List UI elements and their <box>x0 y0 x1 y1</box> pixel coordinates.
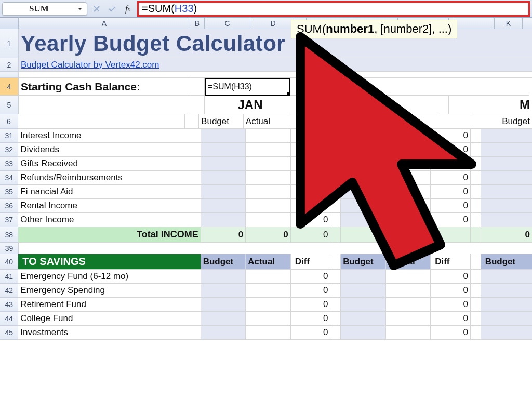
cell[interactable] <box>246 157 291 171</box>
col-B[interactable]: B <box>190 18 205 29</box>
savings-label[interactable]: Retirement Fund <box>18 298 201 312</box>
income-label[interactable]: Rental Income <box>18 199 201 213</box>
total-c: 0 <box>201 227 246 243</box>
name-box[interactable] <box>3 3 75 15</box>
sav-hdr-budget-1: Budget <box>201 254 246 270</box>
income-label[interactable]: Dividends <box>18 143 201 157</box>
row-header-31[interactable]: 31 <box>0 129 18 143</box>
sav-hdr-actual-1: Actual <box>246 254 290 270</box>
formula-close: ) <box>194 3 197 14</box>
cell[interactable] <box>246 171 291 185</box>
to-savings-header: TO SAVINGS <box>18 254 201 270</box>
cell[interactable] <box>246 129 291 143</box>
formula-input[interactable]: =SUM(H33) <box>137 1 530 17</box>
cell[interactable] <box>246 213 291 227</box>
row-header-45[interactable]: 45 <box>0 326 18 340</box>
total-income-label: Total INCOME <box>18 227 201 243</box>
cell[interactable] <box>246 199 291 213</box>
row-header-4[interactable]: 4 <box>0 78 19 96</box>
cell[interactable] <box>201 157 246 171</box>
row-header-36[interactable]: 36 <box>0 199 18 213</box>
income-label[interactable]: Fi nancial Aid <box>18 185 201 199</box>
savings-label[interactable]: College Fund <box>18 312 201 326</box>
cell[interactable] <box>246 185 291 199</box>
income-label[interactable]: Refunds/Reimbursements <box>18 171 201 185</box>
colhdr-actual-1: Actual <box>244 114 288 129</box>
cell[interactable] <box>201 185 246 199</box>
cell[interactable] <box>201 129 246 143</box>
row-header-41[interactable]: 41 <box>0 270 18 284</box>
row-header-32[interactable]: 32 <box>0 143 18 157</box>
insert-function-icon[interactable]: fx <box>122 3 134 15</box>
row-header-38[interactable]: 38 <box>0 227 18 243</box>
subtitle-link[interactable]: Budget Calculator by Vertex42.com <box>21 60 159 70</box>
row-header-42[interactable]: 42 <box>0 284 18 298</box>
row-header-40[interactable]: 40 <box>0 254 18 270</box>
row-header-34[interactable]: 34 <box>0 171 18 185</box>
row-header-35[interactable]: 35 <box>0 185 18 199</box>
cell[interactable] <box>201 171 246 185</box>
active-cell-editing[interactable]: =SUM(H33) <box>205 78 290 96</box>
income-label[interactable]: Interest Income <box>18 129 201 143</box>
formula-open: ( <box>171 3 175 14</box>
name-box-dropdown[interactable] <box>75 4 85 14</box>
month-jan: JAN <box>205 96 296 114</box>
row-header-37[interactable]: 37 <box>0 213 18 227</box>
cell[interactable] <box>201 143 246 157</box>
cell[interactable] <box>246 143 291 157</box>
starting-balance-label: Starting Cash Balance: <box>19 78 190 96</box>
formula-bar: fx =SUM(H33) <box>0 0 532 18</box>
total-d: 0 <box>246 227 291 243</box>
row-header-5[interactable]: 5 <box>0 96 19 114</box>
formula-eq: = <box>142 3 148 14</box>
col-D[interactable]: D <box>250 18 296 29</box>
row-header-6[interactable]: 6 <box>0 114 18 129</box>
col-K[interactable]: K <box>495 18 523 29</box>
formula-ref: H33 <box>175 3 194 14</box>
colhdr-budget-1: Budget <box>199 114 244 129</box>
enter-formula-icon[interactable] <box>106 3 118 15</box>
name-box-container <box>2 2 87 16</box>
income-label[interactable]: Gifts Received <box>18 157 201 171</box>
income-label[interactable]: Other Income <box>18 213 201 227</box>
row-header-blank[interactable] <box>0 72 19 78</box>
cancel-formula-icon[interactable] <box>90 3 103 15</box>
large-cursor-icon <box>290 32 513 281</box>
col-A[interactable]: A <box>19 18 190 29</box>
savings-label[interactable]: Emergency Spending <box>18 284 201 298</box>
row-header-2[interactable]: 2 <box>0 58 19 72</box>
row-header-1[interactable]: 1 <box>0 29 19 58</box>
row-header-44[interactable]: 44 <box>0 312 18 326</box>
col-C[interactable]: C <box>205 18 250 29</box>
savings-label[interactable]: Investments <box>18 326 201 340</box>
row-header-39[interactable]: 39 <box>0 243 19 254</box>
cell[interactable] <box>201 213 246 227</box>
row-header-33[interactable]: 33 <box>0 157 18 171</box>
savings-label[interactable]: Emergency Fund (6-12 mo) <box>18 270 201 284</box>
row-header-43[interactable]: 43 <box>0 298 18 312</box>
select-all-corner[interactable] <box>0 18 19 29</box>
cell[interactable] <box>201 199 246 213</box>
formula-fn: SUM <box>148 3 171 14</box>
